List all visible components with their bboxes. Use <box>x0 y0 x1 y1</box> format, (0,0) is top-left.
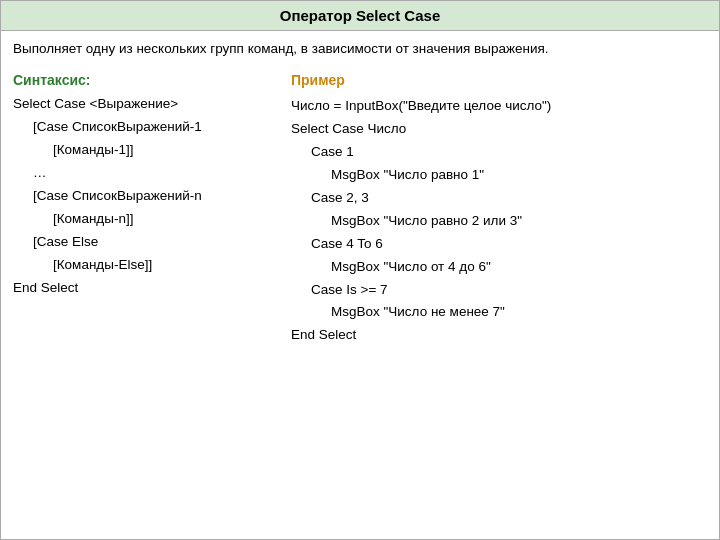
example-title: Пример <box>291 69 707 93</box>
example-line: Case Is >= 7 <box>291 279 707 302</box>
syntax-title: Синтаксис: <box>13 69 271 93</box>
example-code: Число = InputBox("Введите целое число")S… <box>291 95 707 347</box>
page-title: Оператор Select Case <box>280 7 440 24</box>
example-line: MsgBox "Число не менее 7" <box>291 301 707 324</box>
syntax-line: Select Case <Выражение> <box>13 93 271 116</box>
example-line: Число = InputBox("Введите целое число") <box>291 95 707 118</box>
syntax-line: [Case СписокВыражений-n <box>13 185 271 208</box>
example-line: Case 1 <box>291 141 707 164</box>
syntax-section: Синтаксис: Select Case <Выражение>[Case … <box>9 65 279 531</box>
syntax-line: [Команды-Else]] <box>13 254 271 277</box>
title-bar: Оператор Select Case <box>1 1 719 31</box>
syntax-line: End Select <box>13 277 271 300</box>
example-line: Case 2, 3 <box>291 187 707 210</box>
syntax-line: [Команды-n]] <box>13 208 271 231</box>
example-line: MsgBox "Число от 4 до 6" <box>291 256 707 279</box>
content-area: Синтаксис: Select Case <Выражение>[Case … <box>1 65 719 539</box>
example-line: MsgBox "Число равно 1" <box>291 164 707 187</box>
syntax-line: … <box>13 162 271 185</box>
example-line: MsgBox "Число равно 2 или 3" <box>291 210 707 233</box>
main-container: Оператор Select Case Выполняет одну из н… <box>0 0 720 540</box>
example-line: Select Case Число <box>291 118 707 141</box>
syntax-line: [Команды-1]] <box>13 139 271 162</box>
example-line: Case 4 To 6 <box>291 233 707 256</box>
intro-text: Выполняет одну из нескольких групп коман… <box>1 31 719 65</box>
example-line: End Select <box>291 324 707 347</box>
syntax-code: Select Case <Выражение>[Case СписокВыраж… <box>13 93 271 299</box>
syntax-line: [Case Else <box>13 231 271 254</box>
syntax-line: [Case СписокВыражений-1 <box>13 116 271 139</box>
example-section: Пример Число = InputBox("Введите целое ч… <box>279 65 711 531</box>
